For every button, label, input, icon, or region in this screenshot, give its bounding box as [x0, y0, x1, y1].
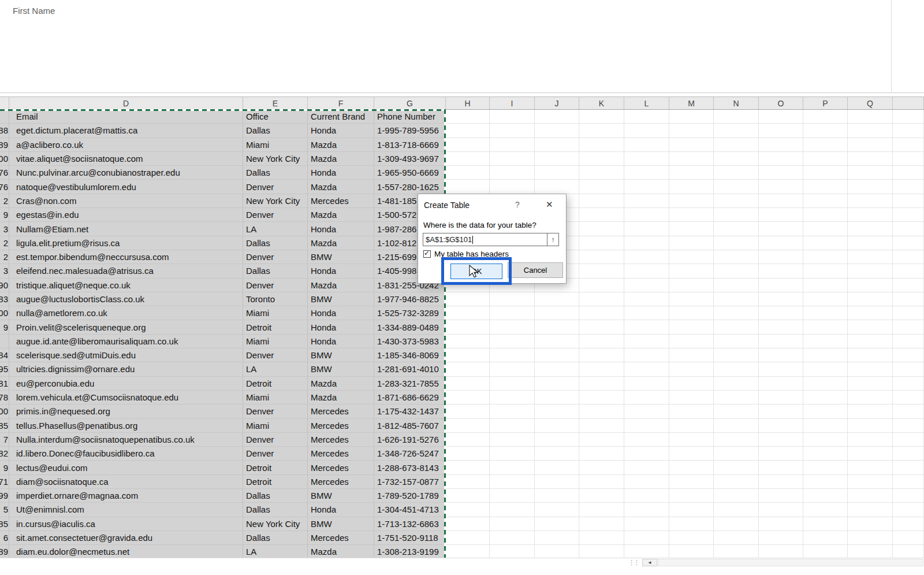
cell[interactable]: LA — [243, 362, 308, 376]
cell[interactable] — [535, 306, 579, 320]
cell[interactable] — [803, 503, 848, 517]
cell[interactable]: Detroit — [243, 461, 308, 474]
cell[interactable] — [848, 348, 893, 362]
column-header-O[interactable]: O — [759, 97, 803, 109]
cell[interactable] — [848, 194, 893, 208]
cell[interactable] — [624, 222, 669, 236]
cell[interactable] — [579, 377, 624, 391]
cell[interactable] — [579, 236, 624, 250]
scrollbar-splitter[interactable]: ⋮⋮ — [628, 559, 639, 566]
cell[interactable] — [759, 320, 803, 334]
cell[interactable] — [446, 433, 490, 447]
cell[interactable] — [490, 306, 535, 320]
cell[interactable]: 1-995-789-5956 — [374, 124, 446, 138]
formula-area[interactable]: First Name — [0, 0, 924, 93]
cell[interactable] — [0, 110, 9, 124]
cell[interactable]: augue@luctuslobortisClass.co.uk — [9, 292, 243, 306]
cell[interactable] — [803, 489, 848, 503]
cell[interactable] — [579, 264, 624, 278]
cell[interactable]: LA — [243, 545, 308, 558]
cell[interactable] — [759, 180, 803, 194]
cell[interactable] — [669, 250, 714, 264]
cell[interactable]: 85 — [0, 419, 9, 433]
cell[interactable] — [759, 391, 803, 405]
cell[interactable] — [579, 447, 624, 461]
cell[interactable]: 1-751-520-9118 — [374, 531, 446, 545]
column-header-H[interactable]: H — [446, 97, 490, 109]
cell[interactable] — [579, 138, 624, 152]
cell[interactable] — [579, 279, 624, 292]
cell[interactable] — [848, 264, 893, 278]
cell[interactable] — [803, 110, 848, 124]
cell[interactable]: Current Brand — [308, 110, 374, 124]
cell[interactable] — [579, 166, 624, 180]
cell[interactable]: 1-281-691-4010 — [374, 362, 446, 376]
cell[interactable] — [579, 208, 624, 222]
cell[interactable] — [669, 489, 714, 503]
cell[interactable]: Email — [9, 110, 243, 124]
cell[interactable] — [624, 236, 669, 250]
cell[interactable] — [714, 138, 759, 152]
cell[interactable]: BMW — [308, 348, 374, 362]
cell[interactable] — [803, 348, 848, 362]
cell[interactable]: Mazda — [308, 236, 374, 250]
cell[interactable] — [759, 194, 803, 208]
cell[interactable] — [803, 222, 848, 236]
cell[interactable] — [624, 320, 669, 334]
cell[interactable] — [714, 236, 759, 250]
cell[interactable]: 2 — [0, 236, 9, 250]
cell[interactable]: 78 — [0, 391, 9, 405]
cell[interactable] — [848, 489, 893, 503]
cell[interactable]: 6 — [0, 531, 9, 545]
cell[interactable] — [893, 138, 924, 152]
cell[interactable] — [446, 419, 490, 433]
cell[interactable] — [714, 250, 759, 264]
cell[interactable] — [490, 362, 535, 376]
cell[interactable] — [579, 391, 624, 405]
cell[interactable] — [490, 545, 535, 558]
cell[interactable] — [714, 124, 759, 138]
cell[interactable]: Dallas — [243, 489, 308, 503]
cell[interactable] — [714, 166, 759, 180]
cell[interactable] — [446, 475, 490, 489]
cell[interactable] — [669, 377, 714, 391]
cell[interactable]: BMW — [308, 362, 374, 376]
cell[interactable] — [446, 489, 490, 503]
cell[interactable] — [759, 447, 803, 461]
cell[interactable] — [893, 292, 924, 306]
cell[interactable] — [669, 419, 714, 433]
cell[interactable]: Mercedes — [308, 475, 374, 489]
cell[interactable] — [893, 419, 924, 433]
cell[interactable] — [446, 405, 490, 418]
cell[interactable] — [848, 152, 893, 166]
cell[interactable] — [490, 166, 535, 180]
cell[interactable] — [714, 391, 759, 405]
cell[interactable]: 82 — [0, 447, 9, 461]
cell[interactable] — [669, 461, 714, 474]
cell[interactable] — [893, 405, 924, 418]
cell[interactable] — [490, 292, 535, 306]
cell[interactable] — [669, 264, 714, 278]
cell[interactable] — [893, 152, 924, 166]
cell[interactable] — [579, 152, 624, 166]
cell[interactable] — [893, 306, 924, 320]
cell[interactable] — [759, 222, 803, 236]
cell[interactable] — [446, 531, 490, 545]
cell[interactable] — [893, 264, 924, 278]
cell[interactable]: Office — [243, 110, 308, 124]
cell[interactable] — [579, 461, 624, 474]
cell[interactable] — [624, 405, 669, 418]
cell[interactable]: Denver — [243, 279, 308, 292]
cell[interactable] — [848, 377, 893, 391]
cell[interactable] — [803, 405, 848, 418]
cell[interactable] — [535, 447, 579, 461]
cell[interactable]: 1-812-485-7607 — [374, 419, 446, 433]
cell[interactable] — [803, 250, 848, 264]
cell[interactable] — [446, 292, 490, 306]
cell[interactable] — [535, 419, 579, 433]
cell[interactable]: in.cursus@iaculis.ca — [9, 517, 243, 531]
cell[interactable]: Miami — [243, 306, 308, 320]
cell[interactable] — [848, 110, 893, 124]
cell[interactable] — [714, 348, 759, 362]
cell[interactable] — [535, 433, 579, 447]
